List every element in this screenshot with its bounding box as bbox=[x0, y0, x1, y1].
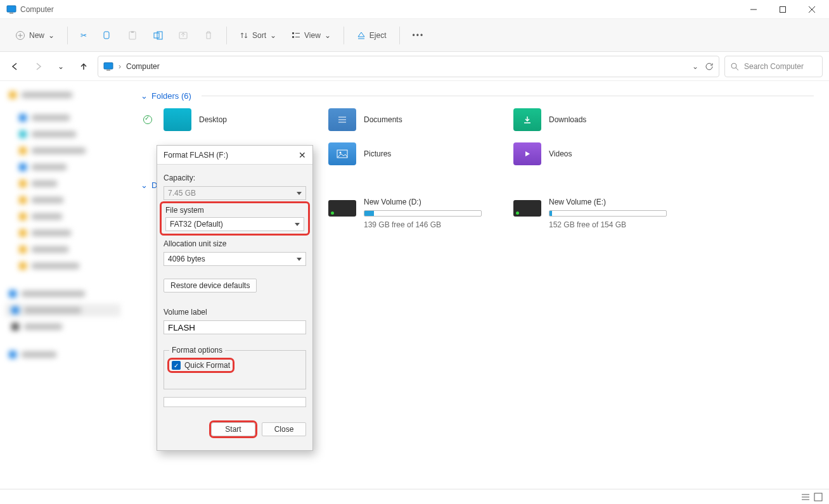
drive-d[interactable]: New Volume (D:) 139 GB free of 146 GB bbox=[326, 195, 503, 232]
drive-free: 152 GB free of 154 GB bbox=[549, 220, 667, 229]
capacity-select[interactable]: 7.45 GB bbox=[164, 186, 306, 200]
allocation-value: 4096 bytes bbox=[168, 255, 205, 263]
folder-label: Videos bbox=[549, 149, 572, 158]
sidebar-item[interactable] bbox=[5, 260, 120, 272]
toolbar: New ⌄ ✂ Sort ⌄ View ⌄ Eject ••• bbox=[0, 19, 829, 52]
sidebar-item[interactable] bbox=[5, 177, 120, 190]
separator bbox=[399, 27, 400, 44]
up-button[interactable] bbox=[75, 58, 93, 75]
folder-label: Pictures bbox=[364, 149, 391, 158]
new-label: New bbox=[29, 31, 44, 40]
drive-e[interactable]: New Volume (E:) 152 GB free of 154 GB bbox=[511, 195, 688, 232]
sidebar-item[interactable] bbox=[5, 111, 120, 124]
details-view-icon[interactable] bbox=[801, 493, 810, 501]
chevron-down-icon: ⌄ bbox=[141, 180, 148, 190]
folder-label: Desktop bbox=[199, 115, 227, 124]
restore-defaults-button[interactable]: Restore device defaults bbox=[164, 279, 257, 293]
recent-button[interactable]: ⌄ bbox=[52, 58, 70, 75]
sidebar-item[interactable] bbox=[5, 89, 120, 101]
sidebar-item[interactable] bbox=[5, 210, 120, 223]
breadcrumb-root[interactable]: Computer bbox=[126, 62, 160, 71]
sidebar-item[interactable] bbox=[5, 227, 120, 239]
maximize-button[interactable] bbox=[768, 0, 797, 19]
sidebar-item[interactable] bbox=[5, 128, 120, 141]
sidebar-item[interactable] bbox=[5, 348, 120, 361]
new-button[interactable]: New ⌄ bbox=[9, 25, 61, 46]
folder-downloads[interactable]: Downloads bbox=[511, 106, 688, 134]
minimize-button[interactable] bbox=[739, 0, 768, 19]
drive-label: New Volume (E:) bbox=[549, 198, 667, 206]
start-button[interactable]: Start bbox=[211, 422, 255, 436]
quick-format-checkbox[interactable]: ✓ Quick Format bbox=[169, 360, 233, 371]
plus-circle-icon bbox=[15, 30, 25, 41]
breadcrumb-sep: › bbox=[119, 62, 121, 71]
sort-button[interactable]: Sort ⌄ bbox=[233, 25, 283, 46]
svg-rect-3 bbox=[780, 6, 786, 12]
eject-icon bbox=[357, 31, 366, 40]
separator bbox=[226, 27, 227, 44]
close-button[interactable]: Close bbox=[262, 422, 306, 436]
folder-label: Downloads bbox=[549, 115, 586, 124]
capacity-value: 7.45 GB bbox=[168, 189, 196, 198]
view-button[interactable]: View ⌄ bbox=[285, 25, 337, 46]
chevron-down-icon: ⌄ bbox=[141, 91, 148, 101]
copy-button[interactable] bbox=[96, 25, 119, 46]
folder-label: Documents bbox=[364, 115, 402, 124]
drive-bar bbox=[364, 210, 482, 217]
delete-button[interactable] bbox=[197, 25, 220, 46]
folder-icon bbox=[513, 108, 541, 131]
paste-button[interactable] bbox=[121, 25, 144, 46]
svg-rect-1 bbox=[10, 13, 13, 14]
computer-icon bbox=[6, 4, 16, 15]
sidebar-item[interactable] bbox=[5, 320, 120, 333]
folder-videos[interactable]: Videos bbox=[511, 140, 688, 168]
format-options-label: Format options bbox=[169, 346, 225, 355]
filesystem-value: FAT32 (Default) bbox=[170, 220, 223, 229]
forward-button[interactable] bbox=[29, 58, 47, 75]
main-area: ⌄ Folders (6) Desktop Documents Download… bbox=[0, 81, 829, 489]
close-window-button[interactable] bbox=[797, 0, 826, 19]
drive-free: 139 GB free of 146 GB bbox=[364, 220, 482, 229]
svg-rect-11 bbox=[131, 31, 134, 33]
folder-icon bbox=[513, 142, 541, 165]
drive-bar bbox=[549, 210, 667, 217]
thumbnails-view-icon[interactable] bbox=[814, 493, 823, 501]
folder-desktop[interactable]: Desktop bbox=[141, 106, 318, 134]
allocation-select[interactable]: 4096 bytes bbox=[164, 252, 306, 266]
sidebar-item[interactable] bbox=[5, 161, 120, 173]
chevron-down-icon[interactable]: ⌄ bbox=[692, 62, 698, 71]
search-box[interactable]: Search Computer bbox=[724, 56, 823, 77]
share-icon bbox=[178, 30, 188, 41]
dialog-title-bar[interactable]: Format FLASH (F:) ✕ bbox=[157, 146, 312, 165]
sidebar-item[interactable] bbox=[5, 194, 120, 206]
address-bar[interactable]: › Computer ⌄ bbox=[98, 56, 719, 77]
eject-button[interactable]: Eject bbox=[350, 25, 393, 46]
sidebar-item-selected[interactable] bbox=[5, 304, 120, 317]
close-icon[interactable]: ✕ bbox=[299, 150, 306, 160]
sidebar-item[interactable] bbox=[5, 287, 120, 300]
search-icon bbox=[730, 62, 739, 71]
filesystem-highlight: File system FAT32 (Default) bbox=[160, 201, 310, 236]
rename-button[interactable] bbox=[146, 25, 169, 46]
scissors-icon: ✂ bbox=[80, 31, 87, 40]
title-bar: Computer bbox=[0, 0, 829, 19]
folder-pictures[interactable]: Pictures bbox=[326, 140, 503, 168]
back-button[interactable] bbox=[6, 58, 24, 75]
volume-label-input[interactable] bbox=[164, 320, 306, 334]
window-title: Computer bbox=[20, 5, 54, 14]
share-button[interactable] bbox=[172, 25, 195, 46]
refresh-icon[interactable] bbox=[705, 62, 714, 71]
svg-rect-21 bbox=[106, 70, 110, 71]
volume-label-label: Volume label bbox=[164, 308, 306, 317]
folder-documents[interactable]: Documents bbox=[326, 106, 503, 134]
svg-point-22 bbox=[731, 63, 736, 68]
folders-header[interactable]: ⌄ Folders (6) bbox=[141, 91, 814, 101]
divider bbox=[202, 96, 814, 96]
filesystem-select[interactable]: FAT32 (Default) bbox=[165, 217, 304, 231]
drive-label: New Volume (D:) bbox=[364, 198, 482, 206]
more-button[interactable]: ••• bbox=[406, 25, 431, 46]
sidebar bbox=[0, 81, 125, 489]
sidebar-item[interactable] bbox=[5, 144, 120, 157]
cut-button[interactable]: ✂ bbox=[74, 25, 93, 46]
sidebar-item[interactable] bbox=[5, 243, 120, 256]
